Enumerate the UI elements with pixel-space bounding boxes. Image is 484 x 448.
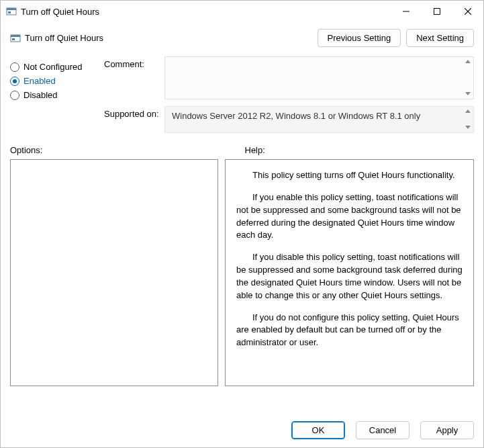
next-setting-button[interactable]: Next Setting xyxy=(406,29,474,47)
options-label: Options: xyxy=(10,145,242,155)
help-label: Help: xyxy=(242,145,475,155)
cancel-button[interactable]: Cancel xyxy=(356,421,409,439)
comment-input[interactable] xyxy=(164,56,474,99)
svg-rect-2 xyxy=(8,11,11,13)
state-radio-group: Not Configured Enabled Disabled xyxy=(10,56,104,133)
svg-rect-4 xyxy=(434,9,440,15)
svg-rect-8 xyxy=(11,35,20,37)
radio-not-configured[interactable]: Not Configured xyxy=(10,62,104,72)
help-paragraph: If you enable this policy setting, toast… xyxy=(236,191,463,242)
radio-label: Disabled xyxy=(23,90,58,100)
titlebar[interactable]: Turn off Quiet Hours xyxy=(1,1,483,22)
spin-down-icon xyxy=(465,92,471,96)
settings-area: Not Configured Enabled Disabled Comment:… xyxy=(1,52,483,133)
minimize-button[interactable] xyxy=(391,1,422,22)
help-paragraph: If you disable this policy setting, toas… xyxy=(236,251,463,302)
radio-label: Not Configured xyxy=(23,62,82,72)
supported-on-value: Windows Server 2012 R2, Windows 8.1 or W… xyxy=(172,111,420,121)
options-panel[interactable] xyxy=(10,159,218,386)
panels-row: This policy setting turns off Quiet Hour… xyxy=(1,159,483,416)
policy-icon xyxy=(10,33,21,44)
radio-icon xyxy=(10,77,19,86)
settings-right: Comment: Supported on: Windows Server 20… xyxy=(104,56,474,133)
radio-enabled[interactable]: Enabled xyxy=(10,76,104,86)
ok-button[interactable]: OK xyxy=(291,421,345,439)
window-title: Turn off Quiet Hours xyxy=(21,7,391,17)
section-labels: Options: Help: xyxy=(1,133,483,159)
radio-label: Enabled xyxy=(23,76,56,86)
svg-rect-1 xyxy=(7,8,16,10)
radio-icon xyxy=(10,91,19,100)
footer: OK Cancel Apply xyxy=(1,416,483,447)
supported-on-box: Windows Server 2012 R2, Windows 8.1 or W… xyxy=(164,106,474,133)
spin-up-icon xyxy=(465,60,471,64)
maximize-button[interactable] xyxy=(422,1,452,22)
close-button[interactable] xyxy=(452,1,483,22)
header-row: Turn off Quiet Hours Previous Setting Ne… xyxy=(1,22,483,52)
radio-icon xyxy=(10,62,19,72)
previous-setting-button[interactable]: Previous Setting xyxy=(318,29,401,47)
spin-down-icon xyxy=(465,126,471,130)
comment-label: Comment: xyxy=(104,56,164,69)
help-panel[interactable]: This policy setting turns off Quiet Hour… xyxy=(225,159,474,386)
radio-disabled[interactable]: Disabled xyxy=(10,90,104,100)
help-paragraph: If you do not configure this policy sett… xyxy=(236,312,463,350)
apply-button[interactable]: Apply xyxy=(420,421,474,439)
svg-rect-9 xyxy=(12,38,15,40)
window-controls xyxy=(391,1,483,22)
supported-on-label: Supported on: xyxy=(104,106,164,119)
spin-up-icon xyxy=(465,109,471,114)
gpo-editor-window: Turn off Quiet Hours Turn off Quiet Hour… xyxy=(0,0,484,448)
app-icon xyxy=(6,6,17,17)
policy-title: Turn off Quiet Hours xyxy=(25,33,312,43)
help-paragraph: This policy setting turns off Quiet Hour… xyxy=(236,169,463,182)
